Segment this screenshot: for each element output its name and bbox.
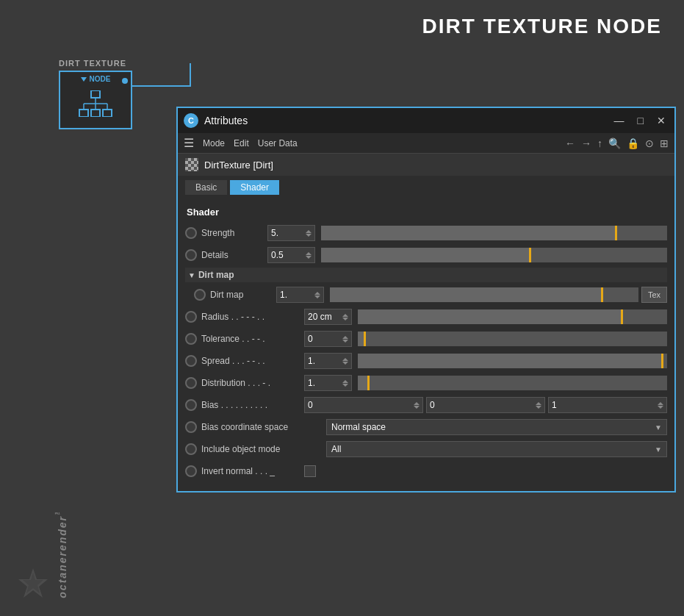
dirt-map-value[interactable]: 1. [276, 287, 324, 303]
tabs-bar: Basic Shader [178, 176, 674, 199]
invert-normal-label: Invert normal . . . _ [201, 466, 304, 476]
bias-spinner-2[interactable] [536, 402, 541, 409]
up-icon[interactable]: ↑ [597, 137, 602, 149]
tolerance-spinner[interactable] [342, 336, 348, 343]
attributes-window: C Attributes — □ ✕ ☰ Mode Edit User Data… [176, 107, 676, 493]
dirt-map-radio[interactable] [194, 289, 206, 301]
forward-icon[interactable]: → [581, 137, 591, 149]
tab-shader[interactable]: Shader [230, 180, 279, 195]
node-dot [122, 78, 128, 84]
bias-coordinate-row: Bias coordinate space Normal space ▼ [185, 418, 667, 437]
spread-radio[interactable] [185, 355, 197, 367]
include-object-dropdown-arrow: ▼ [655, 445, 662, 454]
distribution-spinner[interactable] [342, 380, 348, 387]
hamburger-icon[interactable]: ☰ [184, 136, 194, 150]
titlebar: C Attributes — □ ✕ [178, 108, 674, 133]
bias-row: Bias . . . . . . . . . . 0 0 [185, 395, 667, 415]
strength-slider[interactable] [321, 226, 667, 240]
octane-logo: octanerender™ [15, 507, 68, 601]
details-radio[interactable] [185, 249, 197, 261]
back-icon[interactable]: ← [565, 137, 575, 149]
node-box-title: NODE [90, 75, 111, 83]
distribution-label: Distribution . . . - . [201, 378, 304, 388]
bias-inputs: 0 0 1 [304, 397, 667, 413]
minimize-button[interactable]: — [611, 113, 627, 128]
radius-label: Radius . . - - - . . [201, 312, 304, 322]
checker-icon [185, 158, 198, 171]
tab-basic[interactable]: Basic [185, 180, 227, 195]
radius-radio[interactable] [185, 311, 197, 323]
page-title: DIRT TEXTURE NODE [422, 15, 662, 38]
node-box[interactable]: NODE [59, 71, 132, 129]
strength-label: Strength [201, 228, 267, 238]
close-button[interactable]: ✕ [654, 113, 669, 128]
strength-value[interactable]: 5. [267, 225, 315, 241]
titlebar-left: C Attributes [184, 113, 248, 128]
radius-spinner[interactable] [342, 314, 348, 320]
details-label: Details [201, 250, 267, 260]
section-header: Shader [185, 207, 667, 218]
bias-coord-dropdown[interactable]: Normal space ▼ [326, 419, 667, 435]
bias-coord-radio[interactable] [185, 421, 197, 433]
svg-rect-6 [91, 110, 100, 117]
collapse-arrow-icon: ▼ [188, 271, 195, 279]
tex-button[interactable]: Tex [641, 287, 667, 303]
app-icon: C [184, 113, 198, 128]
spread-spinner[interactable] [342, 358, 348, 365]
octane-star-icon [15, 565, 51, 601]
distribution-radio[interactable] [185, 377, 197, 389]
dirt-map-slider[interactable] [330, 287, 638, 302]
menu-bar: ☰ Mode Edit User Data ← → ↑ 🔍 🔒 ⊙ ⊞ [178, 133, 674, 154]
dirt-map-section-label: Dirt map [198, 270, 234, 280]
radius-slider[interactable] [358, 309, 667, 324]
titlebar-controls: — □ ✕ [611, 113, 669, 128]
strength-spinner[interactable] [306, 230, 312, 237]
spread-value[interactable]: 1. [304, 353, 352, 369]
bias-input-1[interactable]: 0 [304, 397, 423, 413]
menu-actions: ← → ↑ 🔍 🔒 ⊙ ⊞ [565, 137, 669, 149]
tolerance-radio[interactable] [185, 333, 197, 345]
lock-icon[interactable]: 🔒 [627, 137, 639, 149]
dirt-map-spinner[interactable] [314, 292, 320, 298]
details-value[interactable]: 0.5 [267, 247, 315, 263]
distribution-row: Distribution . . . - . 1. [185, 373, 667, 393]
invert-normal-checkbox[interactable] [304, 465, 316, 477]
invert-normal-radio[interactable] [185, 465, 197, 477]
bias-label: Bias . . . . . . . . . . [201, 400, 304, 410]
bias-radio[interactable] [185, 399, 197, 411]
include-object-row: Include object mode All ▼ [185, 440, 667, 459]
distribution-value[interactable]: 1. [304, 375, 352, 391]
node-box-label: DIRT TEXTURE [59, 59, 132, 68]
tolerance-label: Tolerance . . - - . [201, 334, 304, 344]
include-object-label: Include object mode [201, 444, 326, 454]
bias-spinner-1[interactable] [414, 402, 420, 409]
tolerance-row: Tolerance . . - - . 0 [185, 329, 667, 348]
connector-line [132, 85, 191, 87]
search-icon[interactable]: 🔍 [608, 137, 621, 149]
svg-rect-8 [103, 110, 112, 117]
bias-input-3[interactable]: 1 [548, 397, 667, 413]
include-object-dropdown[interactable]: All ▼ [326, 441, 667, 457]
add-icon[interactable]: ⊞ [660, 137, 669, 149]
details-slider[interactable] [321, 248, 667, 262]
node-network-icon [78, 90, 113, 120]
details-spinner[interactable] [306, 252, 312, 259]
bias-spinner-3[interactable] [658, 402, 663, 409]
dirt-map-label: Dirt map [210, 290, 276, 300]
dirt-map-section[interactable]: ▼ Dirt map [185, 268, 667, 282]
radius-value[interactable]: 20 cm [304, 309, 352, 325]
menu-user-data[interactable]: User Data [258, 138, 298, 148]
tolerance-value[interactable]: 0 [304, 331, 352, 347]
bias-coord-dropdown-arrow: ▼ [655, 423, 662, 431]
menu-mode[interactable]: Mode [203, 138, 225, 148]
menu-edit[interactable]: Edit [234, 138, 249, 148]
tolerance-slider[interactable] [358, 332, 667, 346]
bias-input-2[interactable]: 0 [426, 397, 545, 413]
strength-radio[interactable] [185, 227, 197, 239]
spread-slider[interactable] [358, 354, 667, 368]
maximize-button[interactable]: □ [635, 113, 647, 128]
content-area: Shader Strength 5. Details 0.5 [178, 199, 674, 491]
include-object-radio[interactable] [185, 443, 197, 455]
record-icon[interactable]: ⊙ [645, 137, 654, 149]
distribution-slider[interactable] [358, 376, 667, 390]
